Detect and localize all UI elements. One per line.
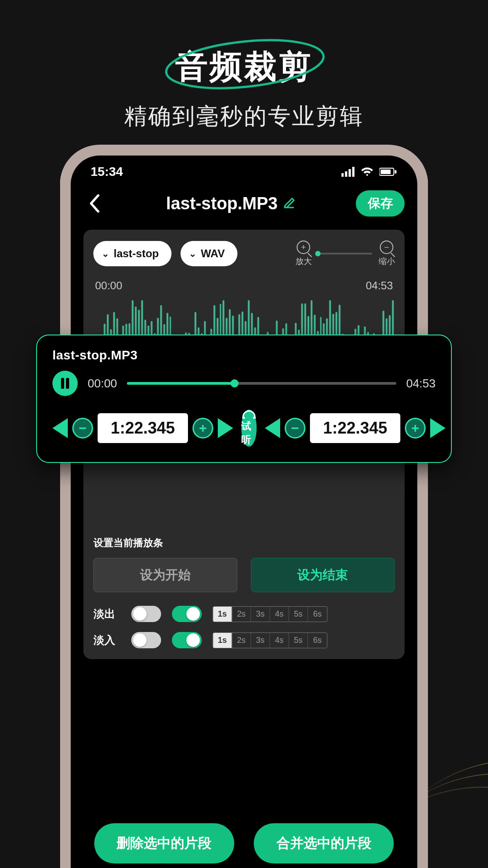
fade-out-label: 淡出: [94, 607, 121, 621]
wave-end-time: 04:53: [366, 279, 393, 292]
wifi-icon: [361, 167, 374, 177]
edit-icon[interactable]: [282, 194, 296, 213]
svg-rect-3: [349, 169, 351, 177]
preview-label: 试听: [241, 420, 257, 447]
format-pill[interactable]: ⌄ WAV: [181, 241, 238, 266]
fade-out-switch-2[interactable]: [172, 606, 202, 622]
fade-in-switch-2[interactable]: [172, 632, 202, 648]
start-increment-button[interactable]: +: [192, 418, 213, 439]
headphones-icon: [241, 410, 257, 419]
seconds-option[interactable]: 6s: [308, 607, 327, 622]
svg-rect-2: [345, 171, 347, 177]
fade-in-switch-1[interactable]: [131, 632, 161, 648]
seconds-option[interactable]: 4s: [270, 607, 289, 622]
progress-bar[interactable]: [127, 382, 396, 385]
end-decrement-button[interactable]: −: [285, 418, 305, 439]
back-button[interactable]: [84, 192, 106, 215]
player-current-time: 00:00: [88, 377, 117, 391]
zoom-slider[interactable]: [318, 253, 372, 255]
start-step-forward-button[interactable]: [218, 418, 233, 438]
start-step-back-button[interactable]: [52, 418, 68, 438]
phone-frame: 15:34 last-stop.MP3 保存: [60, 145, 428, 868]
seconds-option[interactable]: 6s: [308, 633, 327, 648]
battery-icon: [380, 167, 398, 176]
preview-button[interactable]: 试听: [241, 410, 257, 447]
chevron-down-icon: ⌄: [102, 248, 109, 259]
fade-out-switch-1[interactable]: [131, 606, 161, 622]
chevron-left-icon: [89, 194, 100, 212]
zoom-in-icon: [297, 241, 310, 254]
file-name-value: last-stop: [114, 247, 159, 260]
player-total-time: 04:53: [406, 377, 436, 391]
file-title: last-stop.MP3: [166, 194, 277, 213]
merge-segment-button[interactable]: 合并选中的片段: [254, 823, 394, 863]
set-start-button[interactable]: 设为开始: [94, 558, 238, 592]
set-end-button[interactable]: 设为结束: [251, 558, 395, 592]
chevron-down-icon: ⌄: [189, 248, 197, 259]
zoom-out-button[interactable]: 缩小: [379, 241, 395, 267]
zoom-in-label: 放大: [296, 256, 312, 267]
set-position-label: 设置当前播放条: [94, 536, 395, 550]
end-step-back-button[interactable]: [265, 418, 280, 438]
seconds-option[interactable]: 5s: [289, 607, 308, 622]
seconds-option[interactable]: 3s: [251, 607, 270, 622]
fade-in-seconds[interactable]: 1s2s3s4s5s6s: [213, 632, 328, 648]
fade-in-label: 淡入: [94, 633, 121, 647]
seconds-option[interactable]: 2s: [232, 633, 251, 648]
format-value: WAV: [201, 247, 225, 260]
status-time: 15:34: [91, 165, 123, 179]
end-time-value[interactable]: 1:22.345: [310, 413, 400, 443]
status-bar: 15:34: [84, 160, 405, 184]
seconds-option[interactable]: 3s: [251, 633, 270, 648]
save-button[interactable]: 保存: [356, 190, 405, 217]
end-time-editor: − 1:22.345 +: [265, 413, 446, 443]
zoom-in-button[interactable]: 放大: [296, 241, 312, 267]
page-subtitle: 精确到毫秒的专业剪辑: [0, 101, 488, 132]
player-panel: last-stop.MP3 00:00 04:53 − 1:22.345 + 试…: [36, 335, 452, 463]
start-time-value[interactable]: 1:22.345: [98, 413, 188, 443]
seconds-option[interactable]: 1s: [213, 607, 232, 622]
player-title: last-stop.MP3: [52, 348, 436, 363]
svg-rect-4: [352, 167, 355, 177]
svg-rect-7: [395, 170, 397, 174]
fade-out-seconds[interactable]: 1s2s3s4s5s6s: [213, 606, 328, 622]
page-title: 音频裁剪: [175, 45, 313, 89]
end-increment-button[interactable]: +: [405, 418, 426, 439]
seconds-option[interactable]: 2s: [232, 607, 251, 622]
start-time-editor: − 1:22.345 +: [52, 413, 233, 443]
start-decrement-button[interactable]: −: [72, 418, 93, 439]
pause-icon: [61, 378, 69, 389]
svg-rect-9: [253, 417, 256, 419]
signal-icon: [342, 167, 355, 177]
seconds-option[interactable]: 4s: [270, 633, 289, 648]
zoom-out-label: 缩小: [379, 256, 395, 267]
svg-rect-8: [242, 417, 245, 419]
seconds-option[interactable]: 5s: [289, 633, 308, 648]
wave-start-time: 00:00: [95, 279, 122, 292]
play-pause-button[interactable]: [52, 371, 78, 396]
svg-rect-1: [342, 173, 344, 177]
svg-rect-6: [381, 170, 391, 174]
zoom-out-icon: [380, 241, 394, 254]
end-step-forward-button[interactable]: [430, 418, 446, 438]
seconds-option[interactable]: 1s: [213, 633, 232, 648]
delete-segment-button[interactable]: 删除选中的片段: [94, 823, 234, 863]
file-name-pill[interactable]: ⌄ last-stop: [94, 241, 172, 266]
